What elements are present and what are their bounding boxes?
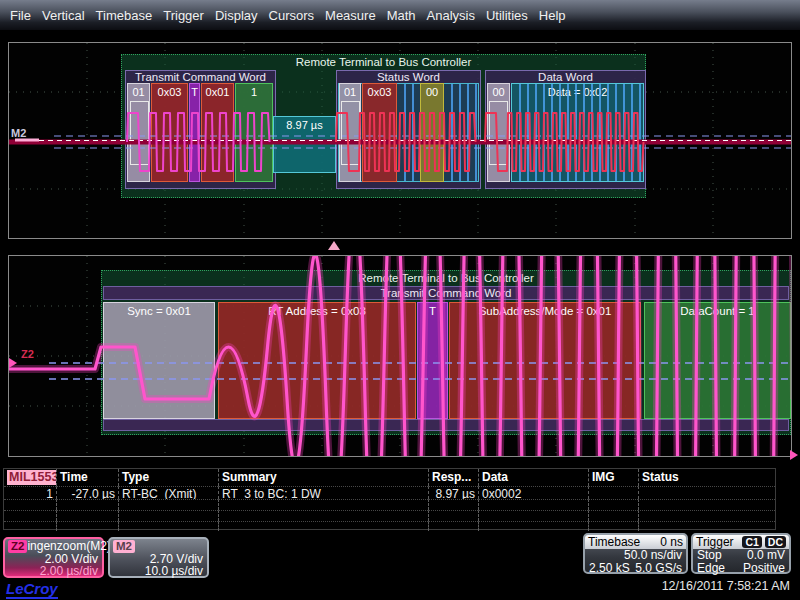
menu-file[interactable]: File	[10, 8, 31, 23]
trigger-source-badge: C1	[742, 536, 761, 548]
z2-descriptor-box[interactable]: Z2 ingenzoom(M2) 2.00 V/div 2.00 µs/div	[3, 537, 104, 578]
table-empty-cell	[638, 499, 775, 510]
pan-right-arrow	[790, 450, 798, 460]
timebase-box[interactable]: Timebase 0 ns 50.0 ns/div 2.50 kS 5.0 GS…	[583, 533, 688, 574]
trigger-coupling-badge: DC	[765, 536, 786, 548]
trigger-time-marker[interactable]	[328, 241, 340, 250]
trigger-type: Edge	[697, 562, 725, 575]
col-type: Type	[118, 469, 218, 486]
z2-source: zoom(M2)	[57, 540, 111, 553]
table-empty-cell	[56, 499, 118, 510]
table-empty-cell	[118, 510, 218, 521]
table-protocol-badge-cell[interactable]: MIL1553	[4, 469, 56, 486]
timebase-rate: 5.0 GS/s	[635, 562, 682, 575]
trigger-label: Trigger	[696, 535, 734, 549]
col-data: Data	[478, 469, 588, 486]
col-time: Time	[56, 469, 118, 486]
menu-bar: File Vertical Timebase Trigger Display C…	[0, 0, 800, 30]
menu-measure[interactable]: Measure	[325, 8, 376, 23]
table-empty-cell	[4, 499, 56, 510]
row1-time[interactable]: -27.0 µs	[56, 486, 118, 499]
row1-index[interactable]: 1	[4, 486, 56, 499]
zoom-waveform	[9, 256, 791, 456]
menu-math[interactable]: Math	[387, 8, 416, 23]
table-empty-cell	[478, 499, 588, 510]
trigger-box[interactable]: Trigger C1 DC Stop 0.0 mV Edge Positive	[691, 533, 791, 574]
top-waveform-panel[interactable]: Remote Terminal to Bus Controller Transm…	[8, 42, 792, 239]
col-img: IMG	[588, 469, 638, 486]
table-empty-cell	[4, 510, 56, 521]
m2-badge: M2	[113, 540, 135, 553]
col-resp: Resp...	[428, 469, 478, 486]
menu-help[interactable]: Help	[539, 8, 566, 23]
table-empty-cell	[56, 510, 118, 521]
decode-table: MIL1553 Time Type Summary Resp... Data I…	[3, 468, 776, 530]
table-empty-cell	[118, 499, 218, 510]
table-empty-cell	[118, 521, 218, 531]
z2-badge: Z2	[8, 540, 27, 553]
row1-data[interactable]: 0x0002	[478, 486, 588, 499]
row1-status[interactable]	[638, 486, 775, 499]
row1-img[interactable]	[588, 486, 638, 499]
trigger-slope: Positive	[743, 562, 785, 575]
menu-analysis[interactable]: Analysis	[427, 8, 475, 23]
table-empty-cell	[588, 510, 638, 521]
table-empty-cell	[478, 521, 588, 531]
col-status: Status	[638, 469, 775, 486]
col-summary: Summary	[218, 469, 428, 486]
row1-summary[interactable]: RT 3 to BC: 1 DW	[218, 486, 428, 499]
timebase-tdiv: 50.0 ns/div	[624, 549, 682, 562]
menu-utilities[interactable]: Utilities	[486, 8, 528, 23]
lecroy-logo: LeCroy	[6, 580, 58, 599]
row1-resp[interactable]: 8.97 µs	[428, 486, 478, 499]
trigger-level: 0.0 mV	[747, 549, 785, 562]
table-empty-cell	[218, 510, 428, 521]
top-waveform	[9, 43, 791, 238]
table-empty-cell	[56, 521, 118, 531]
zoom-waveform-panel[interactable]: Remote Terminal to Bus Controller Transm…	[8, 255, 792, 457]
table-empty-cell	[478, 510, 588, 521]
table-empty-cell	[428, 510, 478, 521]
m2-tdiv: 10.0 µs/div	[145, 565, 203, 578]
timebase-label: Timebase	[588, 535, 640, 549]
table-empty-cell	[428, 499, 478, 510]
z2-tdiv: 2.00 µs/div	[40, 565, 98, 578]
table-empty-cell	[588, 521, 638, 531]
m2-descriptor-box[interactable]: M2 2.70 V/div 10.0 µs/div	[108, 537, 209, 578]
table-empty-cell	[4, 521, 56, 531]
row1-type[interactable]: RT-BC (Xmit)	[118, 486, 218, 499]
trigger-mode: Stop	[697, 549, 722, 562]
timebase-offset: 0 ns	[660, 535, 683, 549]
menu-display[interactable]: Display	[215, 8, 258, 23]
menu-trigger[interactable]: Trigger	[163, 8, 204, 23]
table-empty-cell	[638, 521, 775, 531]
datetime: 12/16/2011 7:58:21 AM	[662, 579, 790, 593]
table-empty-cell	[218, 499, 428, 510]
table-empty-cell	[638, 510, 775, 521]
table-empty-cell	[588, 499, 638, 510]
menu-timebase[interactable]: Timebase	[96, 8, 153, 23]
menu-cursors[interactable]: Cursors	[269, 8, 315, 23]
menu-vertical[interactable]: Vertical	[42, 8, 85, 23]
table-empty-cell	[218, 521, 428, 531]
table-empty-cell	[428, 521, 478, 531]
timebase-samples: 2.50 kS	[589, 562, 630, 575]
